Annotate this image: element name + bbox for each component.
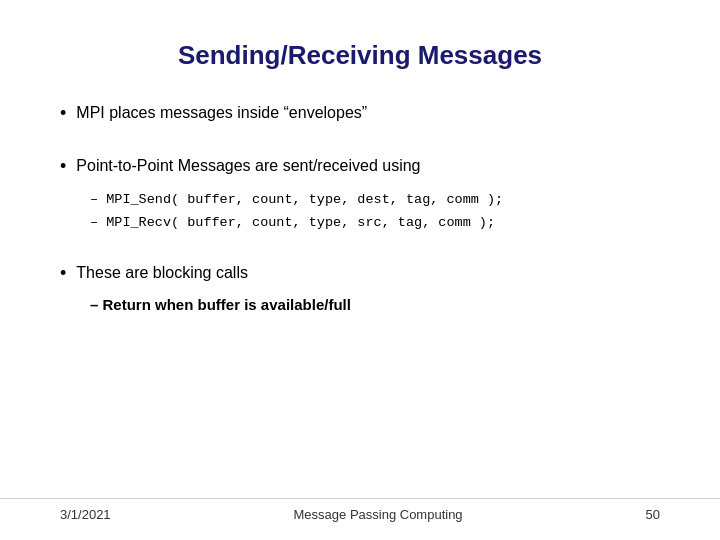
bullet-dot-2: •: [60, 154, 66, 179]
code-line-2: – MPI_Recv( buffer, count, type, src, ta…: [90, 212, 660, 235]
bullet-section-2: • Point-to-Point Messages are sent/recei…: [60, 154, 660, 243]
slide: Sending/Receiving Messages • MPI places …: [0, 0, 720, 540]
sub-bullet-1: – Return when buffer is available/full: [90, 296, 660, 313]
slide-footer: 3/1/2021 Message Passing Computing 50: [0, 498, 720, 522]
bullet-section-1: • MPI places messages inside “envelopes”: [60, 101, 660, 136]
footer-page: 50: [646, 507, 660, 522]
code-line-1: – MPI_Send( buffer, count, type, dest, t…: [90, 189, 660, 212]
bullet-section-3: • These are blocking calls – Return when…: [60, 261, 660, 313]
bullet-item-2: • Point-to-Point Messages are sent/recei…: [60, 154, 660, 179]
footer-center: Message Passing Computing: [294, 507, 463, 522]
bullet-text-1: MPI places messages inside “envelopes”: [76, 101, 367, 125]
bullet-dot-1: •: [60, 101, 66, 126]
code-block: – MPI_Send( buffer, count, type, dest, t…: [90, 189, 660, 235]
bullet-item-3: • These are blocking calls: [60, 261, 660, 286]
sub-bullet-text-1: – Return when buffer is available/full: [90, 296, 351, 313]
bullet-text-3: These are blocking calls: [76, 261, 248, 285]
footer-date: 3/1/2021: [60, 507, 111, 522]
bullet-item-1: • MPI places messages inside “envelopes”: [60, 101, 660, 126]
slide-title: Sending/Receiving Messages: [60, 40, 660, 71]
bullet-dot-3: •: [60, 261, 66, 286]
bullet-text-2: Point-to-Point Messages are sent/receive…: [76, 154, 420, 178]
